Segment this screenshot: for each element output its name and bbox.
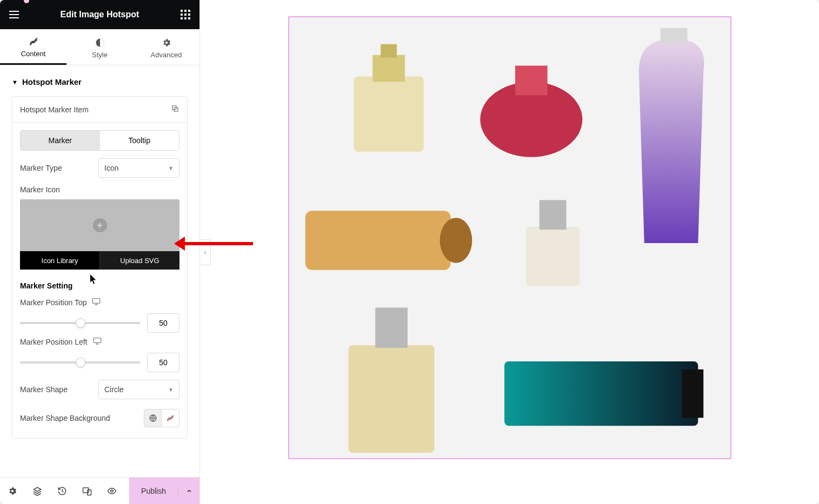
panel-body: ▼ Hotspot Marker Hotspot Marker Item Mar… bbox=[0, 65, 199, 477]
svg-rect-24 bbox=[682, 369, 703, 418]
bg-type-classic[interactable] bbox=[144, 409, 162, 427]
tab-tooltip[interactable]: Tooltip bbox=[100, 131, 179, 150]
editor-panel: Edit Image Hotspot Content Style Advance… bbox=[0, 0, 200, 504]
marker-type-select[interactable]: Icon ▼ bbox=[98, 158, 179, 178]
tab-style-label: Style bbox=[92, 51, 108, 59]
svg-line-6 bbox=[168, 415, 174, 421]
marker-pos-top-label: Marker Position Top bbox=[20, 298, 86, 307]
svg-rect-3 bbox=[93, 299, 100, 304]
svg-rect-4 bbox=[94, 338, 101, 343]
svg-point-9 bbox=[111, 489, 114, 492]
chevron-down-icon: ▼ bbox=[168, 165, 174, 171]
widgets-grid-icon[interactable] bbox=[180, 9, 191, 20]
marker-shape-select[interactable]: Circle ▼ bbox=[98, 380, 179, 399]
notification-dot-icon bbox=[24, 0, 29, 3]
history-icon[interactable] bbox=[50, 486, 75, 496]
svg-rect-17 bbox=[305, 211, 450, 270]
collapse-panel-button[interactable]: ‹ bbox=[200, 239, 211, 265]
chevron-down-icon: ▼ bbox=[168, 387, 174, 393]
hotspot-image[interactable] bbox=[288, 16, 731, 459]
marker-setting-heading: Marker Setting bbox=[12, 270, 187, 293]
tab-advanced[interactable]: Advanced bbox=[133, 29, 199, 65]
tab-content-label: Content bbox=[21, 50, 46, 58]
marker-icon-label: Marker Icon bbox=[12, 178, 187, 194]
marker-pos-top-slider[interactable] bbox=[20, 322, 141, 324]
caret-down-icon: ▼ bbox=[12, 79, 18, 85]
publish-options-button[interactable] bbox=[178, 488, 199, 494]
svg-rect-19 bbox=[525, 227, 580, 286]
svg-rect-11 bbox=[354, 76, 423, 151]
preview-canvas bbox=[200, 0, 819, 504]
upload-svg-button[interactable]: Upload SVG bbox=[100, 251, 179, 270]
panel-title: Edit Image Hotspot bbox=[19, 10, 180, 19]
panel-header: Edit Image Hotspot bbox=[0, 0, 199, 29]
responsive-icon[interactable] bbox=[75, 486, 99, 496]
marker-icon-preview[interactable]: + bbox=[20, 199, 179, 251]
marker-pos-left-slider[interactable] bbox=[20, 361, 141, 364]
publish-button[interactable]: Publish bbox=[129, 487, 178, 495]
marker-type-label: Marker Type bbox=[20, 164, 62, 172]
tab-style[interactable]: Style bbox=[66, 29, 133, 65]
svg-point-18 bbox=[440, 218, 472, 263]
marker-shape-value: Circle bbox=[104, 385, 124, 394]
tab-content[interactable]: Content bbox=[0, 29, 66, 65]
marker-shape-bg-label: Marker Shape Background bbox=[20, 414, 110, 422]
hotspot-marker-item: Hotspot Marker Item Marker Tooltip Marke… bbox=[12, 96, 188, 439]
desktop-icon[interactable] bbox=[92, 298, 101, 307]
item-title: Hotspot Marker Item bbox=[20, 105, 89, 114]
bg-type-none[interactable] bbox=[162, 409, 179, 427]
navigator-icon[interactable] bbox=[25, 486, 50, 496]
icon-library-button[interactable]: Icon Library bbox=[20, 251, 100, 270]
svg-rect-13 bbox=[381, 44, 397, 58]
marker-tooltip-tabs: Marker Tooltip bbox=[20, 130, 179, 151]
svg-rect-16 bbox=[660, 28, 687, 44]
marker-type-value: Icon bbox=[104, 164, 118, 172]
svg-rect-12 bbox=[372, 55, 405, 82]
marker-pos-left-label: Marker Position Left bbox=[20, 338, 88, 346]
desktop-icon[interactable] bbox=[93, 337, 102, 346]
main-tabs: Content Style Advanced bbox=[0, 29, 199, 65]
svg-rect-22 bbox=[375, 307, 408, 348]
section-hotspot-marker[interactable]: ▼ Hotspot Marker bbox=[6, 65, 193, 96]
svg-rect-20 bbox=[539, 200, 566, 230]
tab-marker[interactable]: Marker bbox=[21, 131, 100, 150]
section-title: Hotspot Marker bbox=[22, 77, 82, 86]
tab-advanced-label: Advanced bbox=[151, 51, 182, 59]
preview-image-illustration bbox=[289, 17, 730, 458]
svg-rect-15 bbox=[515, 66, 547, 96]
plus-icon: + bbox=[93, 218, 107, 232]
svg-rect-21 bbox=[348, 345, 434, 453]
marker-pos-top-input[interactable] bbox=[147, 313, 179, 333]
svg-rect-23 bbox=[504, 361, 698, 426]
marker-pos-left-input[interactable] bbox=[147, 353, 179, 372]
panel-footer: Publish bbox=[0, 477, 199, 504]
copy-icon[interactable] bbox=[171, 104, 179, 115]
marker-shape-label: Marker Shape bbox=[20, 385, 68, 394]
menu-icon[interactable] bbox=[9, 9, 19, 20]
settings-icon[interactable] bbox=[0, 486, 25, 496]
preview-icon[interactable] bbox=[99, 486, 124, 496]
